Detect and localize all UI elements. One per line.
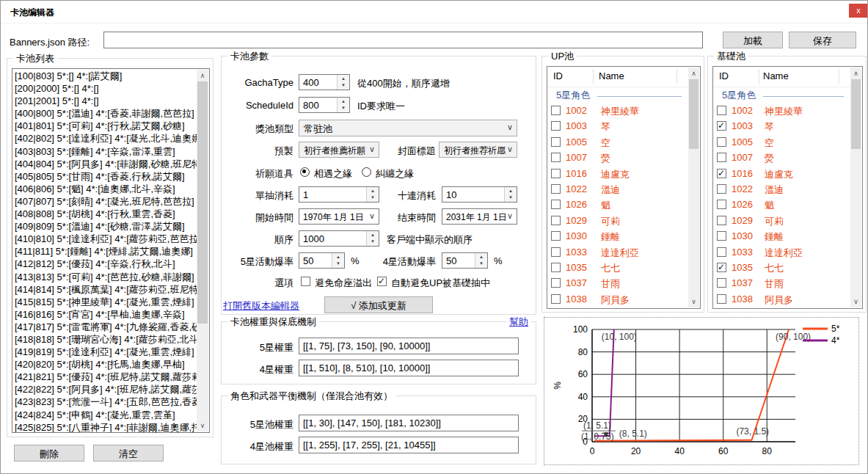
list-item[interactable]: [404|804] 5*:[阿貝多] 4*:[菲謝爾,砂糖,班尼特] — [12, 158, 197, 170]
radio-meet-fate-label[interactable]: 相遇之緣 — [314, 167, 352, 181]
scrollbar-thumb[interactable] — [197, 81, 208, 324]
row-checkbox[interactable] — [551, 294, 561, 304]
radio-meet-fate[interactable] — [300, 167, 310, 177]
end-time-picker[interactable]: 2031年 1月 1日∨ — [442, 208, 517, 225]
spin-down-icon[interactable]: ▼ — [338, 82, 349, 90]
list-item[interactable]: [413|813] 5*:[可莉] 4*:[芭芭拉,砂糖,菲謝爾] — [12, 271, 197, 283]
scroll-down-icon[interactable]: ∨ — [197, 420, 208, 431]
option-avoid-constellation-checkbox[interactable] — [301, 277, 310, 286]
list-item[interactable]: [417|817] 5*:[雷電將軍] 4*:[九條裟羅,香菱,砂糖] — [12, 321, 197, 333]
scroll-up-icon[interactable]: ∧ — [688, 68, 699, 79]
row-checkbox[interactable] — [717, 278, 726, 288]
list-item[interactable]: [412|812] 5*:[優菈] 4*:[辛焱,行秋,北斗] — [12, 258, 197, 270]
list-item[interactable]: [401|801] 5*:[可莉] 4*:[行秋,諾艾爾,砂糖] — [12, 120, 197, 132]
row-checkbox[interactable] — [717, 169, 726, 178]
weight4-input[interactable]: [[1, 510], [8, 510], [10, 10000]] — [299, 360, 519, 376]
row-checkbox[interactable] — [717, 137, 726, 147]
list-item[interactable]: [418|818] 5*:[珊瑚宮心海] 4*:[蘿莎莉亞,北斗,行秋] — [12, 333, 197, 346]
scroll-up-icon[interactable]: ∧ — [850, 68, 861, 79]
list-item[interactable]: [403|803] 5*:[鍾離] 4*:[辛焱,雷澤,重雲] — [12, 145, 197, 158]
pool-weight5-input[interactable]: [[1, 30], [147, 150], [181, 10230]] — [299, 415, 519, 431]
scrollbar-thumb[interactable] — [689, 79, 699, 149]
row-checkbox[interactable] — [551, 153, 561, 162]
scroll-down-icon[interactable]: ∨ — [688, 296, 699, 307]
list-item[interactable]: [421|821] 5*:[優菈] 4*:[班尼特,諾艾爾,蘿莎莉亞] — [12, 371, 197, 383]
pool-list-scrollbar[interactable]: ∧ ∨ — [197, 70, 208, 431]
row-checkbox[interactable] — [717, 294, 726, 304]
row-checkbox[interactable] — [551, 216, 561, 225]
row-checkbox[interactable] — [717, 231, 726, 241]
list-item[interactable]: [425|825] 5*:[八重神子] 4*:[菲謝爾,迪奧娜,托馬] — [12, 421, 197, 432]
pool-weight4-input[interactable]: [[1, 255], [17, 255], [21, 10455]] — [299, 437, 519, 453]
rate4-spinner[interactable]: 50 ▲▼ — [442, 252, 488, 269]
delete-button[interactable]: 刪除 — [14, 445, 84, 462]
order-spinner[interactable]: 1000 ▲▼ — [299, 230, 379, 247]
row-checkbox[interactable] — [551, 184, 561, 194]
ten-cost-spinner[interactable]: 10 ▲▼ — [442, 186, 517, 203]
spin-up-icon[interactable]: ▲ — [367, 231, 379, 238]
spin-up-icon[interactable]: ▲ — [332, 253, 344, 260]
start-time-picker[interactable]: 1970年 1月 1日∨ — [299, 208, 379, 225]
base-pool-scrollbar[interactable]: ∧ ∨ — [850, 68, 861, 307]
list-item[interactable]: [201|2001] 5*:[] 4*:[] — [12, 95, 197, 107]
list-item[interactable]: [416|816] 5*:[宵宮] 4*:[早柚,迪奧娜,辛焱] — [12, 308, 197, 321]
list-item[interactable]: [406|806] 5*:[魈] 4*:[迪奧娜,北斗,辛焱] — [12, 183, 197, 195]
row-checkbox[interactable] — [551, 137, 561, 147]
scroll-down-icon[interactable]: ∨ — [850, 296, 861, 307]
list-item[interactable]: [400|800] 5*:[溫迪] 4*:[香菱,菲謝爾,芭芭拉] — [12, 107, 197, 120]
row-checkbox[interactable] — [717, 121, 726, 131]
list-item[interactable]: [407|807] 5*:[刻晴] 4*:[凝光,班尼特,芭芭拉] — [12, 195, 197, 208]
clear-button[interactable]: 清空 — [93, 445, 164, 462]
list-item[interactable]: [410|810] 5*:[達達利亞] 4*:[蘿莎莉亞,芭芭拉,菲謝爾] — [12, 233, 197, 245]
spin-up-icon[interactable]: ▲ — [367, 187, 379, 194]
scheduleid-spinner[interactable]: 800 ▲▼ — [299, 97, 350, 113]
radio-intertwined-fate[interactable] — [362, 167, 371, 177]
spin-up-icon[interactable]: ▲ — [338, 98, 349, 105]
list-item[interactable]: [405|805] 5*:[甘雨] 4*:[香菱,行秋,諾艾爾] — [12, 170, 197, 183]
row-checkbox[interactable] — [717, 216, 726, 225]
row-checkbox[interactable] — [551, 200, 561, 209]
close-button[interactable]: x — [849, 4, 868, 18]
spin-up-icon[interactable]: ▲ — [505, 187, 517, 194]
list-item[interactable]: [414|814] 5*:[楓原萬葉] 4*:[蘿莎莉亞,班尼特,雷澤] — [12, 283, 197, 296]
scrollbar-thumb[interactable] — [851, 79, 861, 149]
row-checkbox[interactable] — [551, 106, 561, 115]
option-avoid-constellation-label[interactable]: 避免命座溢出 — [315, 277, 372, 290]
up-pool-scrollbar[interactable]: ∧ ∨ — [688, 68, 699, 307]
list-item[interactable]: [422|822] 5*:[阿貝多] 4*:[班尼特,諾艾爾,蘿莎莉亞] — [12, 383, 197, 395]
row-checkbox[interactable] — [551, 121, 561, 131]
row-checkbox[interactable] — [551, 247, 561, 257]
list-item[interactable]: [409|809] 5*:[溫迪] 4*:[砂糖,雷澤,諾艾爾] — [12, 220, 197, 233]
spin-down-icon[interactable]: ▼ — [505, 194, 517, 202]
row-checkbox[interactable] — [717, 247, 726, 257]
list-item[interactable]: [415|815] 5*:[神里綾華] 4*:[凝光,重雲,煙緋] — [12, 296, 197, 308]
spin-down-icon[interactable]: ▼ — [332, 260, 344, 268]
spin-up-icon[interactable]: ▲ — [475, 253, 487, 260]
list-item[interactable]: [419|819] 5*:[達達利亞] 4*:[凝光,重雲,煙緋] — [12, 346, 197, 358]
spin-down-icon[interactable]: ▼ — [367, 238, 379, 246]
list-item[interactable]: [423|823] 5*:[荒瀧一斗] 4*:[五郎,芭芭拉,香菱] — [12, 395, 197, 408]
spin-down-icon[interactable]: ▼ — [367, 194, 379, 202]
single-cost-spinner[interactable]: 1 ▲▼ — [299, 186, 379, 203]
load-button[interactable]: 加載 — [723, 32, 783, 48]
list-item[interactable]: [424|824] 5*:[申鶴] 4*:[凝光,重雲,雲堇] — [12, 409, 197, 421]
option-auto-avoid-up-label[interactable]: 自動避免UP被基礎抽中 — [391, 277, 490, 290]
help-link[interactable]: 幫助 — [506, 316, 531, 329]
row-checkbox[interactable] — [717, 200, 726, 209]
gachatype-spinner[interactable]: 400 ▲▼ — [299, 74, 350, 90]
list-item[interactable]: [420|820] 5*:[胡桃] 4*:[托馬,迪奧娜,早柚] — [12, 358, 197, 371]
rate5-spinner[interactable]: 50 ▲▼ — [299, 252, 345, 269]
option-auto-avoid-up-checkbox[interactable] — [377, 277, 387, 286]
spin-down-icon[interactable]: ▼ — [338, 105, 349, 112]
list-item[interactable]: [402|802] 5*:[達達利亞] 4*:[凝光,北斗,迪奧娜] — [12, 132, 197, 145]
spin-down-icon[interactable]: ▼ — [475, 260, 487, 268]
add-or-update-button[interactable]: √ 添加或更新 — [324, 296, 433, 313]
scroll-up-icon[interactable]: ∧ — [197, 70, 208, 81]
pool-type-select[interactable]: 常驻池∨ — [299, 120, 517, 136]
row-checkbox[interactable] — [717, 153, 726, 162]
preset-select[interactable]: 初行者推薦祈願∨ — [299, 142, 379, 158]
row-checkbox[interactable] — [551, 231, 561, 241]
list-item[interactable]: [408|808] 5*:[胡桃] 4*:[行秋,重雲,香菱] — [12, 208, 197, 220]
cover-title-select[interactable]: 初行者推荐祈愿∨ — [439, 142, 517, 158]
row-checkbox[interactable] — [717, 184, 726, 194]
